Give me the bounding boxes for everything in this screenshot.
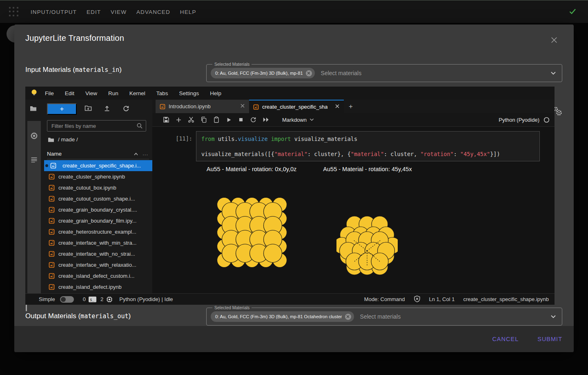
app-menu-input-output[interactable]: INPUT/OUTPUT xyxy=(31,9,77,15)
tab-close-icon[interactable] xyxy=(240,103,245,109)
dialog-title: JupyterLite Transformation xyxy=(25,33,124,43)
file-name: create_island_defect_custom.i... xyxy=(58,273,134,279)
refresh-icon[interactable] xyxy=(122,105,129,114)
jupyter-menu-view[interactable]: View xyxy=(85,90,97,96)
notebook-panel: Introduction.ipynb create_cluster_specif… xyxy=(152,100,555,293)
jupyter-menu-kernel[interactable]: Kernel xyxy=(129,90,145,96)
notebook-icon xyxy=(160,104,165,109)
file-row[interactable]: create_interface_with_no_strai... xyxy=(44,248,152,259)
file-row[interactable]: create_grain_boundary_crystal.... xyxy=(44,204,152,215)
cell-execution-prompt: [11]: xyxy=(172,135,192,142)
cancel-button[interactable]: CANCEL xyxy=(492,336,519,342)
terminals-count: 0 xyxy=(83,296,86,302)
tab-bar: Introduction.ipynb create_cluster_specif… xyxy=(152,100,555,113)
file-row[interactable]: create_cutout_box.ipynb xyxy=(44,182,152,193)
new-launcher-button[interactable]: + xyxy=(47,103,77,115)
material-chip[interactable]: 0: Au, Gold, FCC (Fm-3m) 3D (Bulk), mp-8… xyxy=(211,311,354,322)
jupyter-menu-file[interactable]: File xyxy=(45,90,54,96)
jupyterlite-transformation-dialog: JupyterLite Transformation Input Materia… xyxy=(14,25,574,352)
check-icon[interactable] xyxy=(568,7,577,17)
name-header-label: Name xyxy=(47,151,62,157)
table-of-contents-icon[interactable] xyxy=(31,157,38,165)
trust-shield-icon[interactable] xyxy=(414,295,421,304)
restart-run-all-icon[interactable] xyxy=(263,117,270,123)
app-menu-help[interactable]: HELP xyxy=(180,9,196,15)
file-row[interactable]: create_island_defect.ipynb xyxy=(44,281,152,292)
jupyter-menu-edit[interactable]: Edit xyxy=(65,90,74,96)
file-row[interactable]: create_island_defect_custom.i... xyxy=(44,270,152,281)
app-menu-advanced[interactable]: ADVANCED xyxy=(136,9,170,15)
terminal-icon: $_ xyxy=(89,297,96,302)
kernels-status[interactable]: 2 xyxy=(100,296,113,303)
output-caption: Au55 - Material - rotation: 0x,0y,0z xyxy=(207,166,297,172)
file-row[interactable]: create_interface_with_relaxatio... xyxy=(44,259,152,270)
material-chip[interactable]: 0: Au, Gold, FCC (Fm-3m) 3D (Bulk), mp-8… xyxy=(211,68,315,78)
material-chip-label: 0: Au, Gold, FCC (Fm-3m) 3D (Bulk), mp-8… xyxy=(215,71,303,76)
apps-grid-icon[interactable] xyxy=(9,7,19,17)
app-menu-view[interactable]: VIEW xyxy=(111,9,127,15)
tab-close-icon[interactable] xyxy=(335,104,340,110)
file-row[interactable]: create_cluster_sphere.ipynb xyxy=(44,171,152,182)
cursor-position[interactable]: Ln 1, Col 1 xyxy=(429,296,455,302)
chip-delete-icon[interactable] xyxy=(345,314,351,320)
jupyter-menu-settings[interactable]: Settings xyxy=(179,90,199,96)
file-row[interactable]: create_cluster_specific_shape.i... xyxy=(44,160,152,171)
select-materials-placeholder: Select materials xyxy=(360,313,401,320)
running-kernels-icon[interactable] xyxy=(31,132,38,141)
notebook-icon xyxy=(49,174,55,180)
simple-mode-toggle[interactable] xyxy=(60,296,74,303)
input-materials-label: Input Materials (materials_in) xyxy=(25,66,122,74)
filter-files-input[interactable] xyxy=(47,120,146,132)
add-tab-button[interactable]: + xyxy=(344,100,358,113)
chip-delete-icon[interactable] xyxy=(306,70,312,76)
notebook-icon xyxy=(49,185,55,191)
chevron-down-icon[interactable] xyxy=(550,313,556,320)
code-cell[interactable]: from utils.visualize import visualize_ma… xyxy=(196,131,540,161)
jupyter-menu-tabs[interactable]: Tabs xyxy=(156,90,168,96)
app-menu-edit[interactable]: EDIT xyxy=(87,9,101,15)
file-row[interactable]: create_heterostructure_exampl... xyxy=(44,226,152,237)
paste-cells-icon[interactable] xyxy=(213,116,220,123)
restart-kernel-icon[interactable] xyxy=(250,116,256,123)
file-row[interactable]: create_interface_with_min_stra... xyxy=(44,237,152,248)
close-icon[interactable] xyxy=(550,36,559,45)
add-cell-icon[interactable] xyxy=(176,117,182,123)
breadcrumb[interactable]: / made / xyxy=(48,136,78,143)
stop-kernel-icon[interactable] xyxy=(238,117,244,123)
notebook-content[interactable]: [11]: from utils.visualize import visual… xyxy=(152,127,555,293)
file-name: create_cutout_box.ipynb xyxy=(58,185,116,191)
kernel-name[interactable]: Python (Pyodide) xyxy=(499,117,539,123)
mode-indicator[interactable]: Mode: Command xyxy=(364,296,405,302)
jupyter-body: + / made / xyxy=(25,100,555,293)
output-caption: Au55 - Material - rotation: 45y,45x xyxy=(323,166,412,172)
more-options-icon[interactable]: ... xyxy=(143,150,148,156)
folder-browser-icon[interactable] xyxy=(30,105,37,113)
jupyter-menu-items: FileEditViewRunKernelTabsSettingsHelp xyxy=(45,90,221,96)
file-row[interactable]: create_cutout_custom_shape.i... xyxy=(44,193,152,204)
submit-button[interactable]: SUBMIT xyxy=(537,336,562,342)
jupyter-menu-run[interactable]: Run xyxy=(108,90,118,96)
jupyter-menu-help[interactable]: Help xyxy=(210,90,221,96)
output-materials-select[interactable]: Selected Materials 0: Au, Gold, FCC (Fm-… xyxy=(206,308,562,326)
chevron-down-icon[interactable] xyxy=(550,69,556,77)
cell-type-dropdown[interactable]: Markdown xyxy=(282,117,314,123)
kernel-status-text[interactable]: Python (Pyodide) | Idle xyxy=(119,296,173,302)
save-icon[interactable] xyxy=(163,116,169,123)
tab-introduction[interactable]: Introduction.ipynb xyxy=(156,100,249,113)
terminals-status[interactable]: 0 $_ xyxy=(83,296,96,302)
new-folder-icon[interactable] xyxy=(85,105,92,113)
kernel-status-icon[interactable] xyxy=(543,117,550,123)
simple-mode-label: Simple xyxy=(39,296,55,302)
dialog-footer: CANCEL SUBMIT xyxy=(14,326,574,352)
cpu-icon xyxy=(106,296,113,303)
notebook-toolbar: Markdown Python (Pyodide) xyxy=(152,113,555,127)
run-cell-icon[interactable] xyxy=(226,117,232,123)
file-name: create_island_defect.ipynb xyxy=(58,284,122,290)
name-column-header[interactable]: Name ... xyxy=(47,149,149,159)
cut-cells-icon[interactable] xyxy=(188,116,194,123)
input-materials-select[interactable]: Selected Materials 0: Au, Gold, FCC (Fm-… xyxy=(206,64,562,82)
copy-cells-icon[interactable] xyxy=(200,116,207,123)
upload-icon[interactable] xyxy=(104,105,110,113)
file-row[interactable]: create_grain_boundary_film.ipy... xyxy=(44,215,152,226)
tab-create-cluster-specific-shape[interactable]: create_cluster_specific_sha xyxy=(249,100,344,113)
